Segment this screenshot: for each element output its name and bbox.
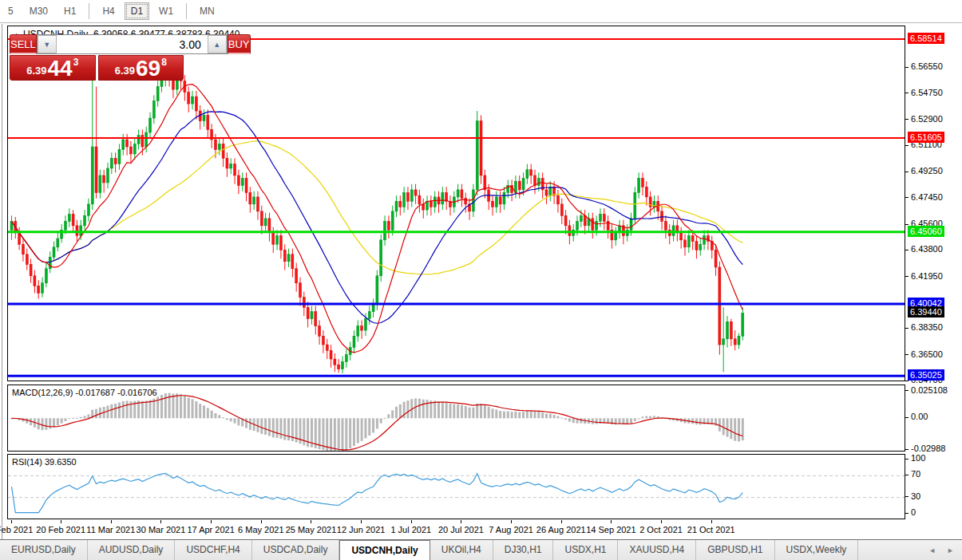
date-tick-mark [411, 520, 412, 523]
rsi-tick-label: 70 [911, 469, 920, 479]
chart-tab-AUDUSD[interactable]: AUDUSD,Daily [88, 540, 176, 560]
rsi-tick-label: 0 [911, 507, 916, 517]
volume-stepper: ▼ ▲ [37, 34, 228, 54]
date-label: 21 Oct 2021 [687, 525, 735, 534]
tab-scroll-controls: ◄ ► [928, 540, 962, 560]
chart-tab-USDX[interactable]: USDX,Weekly [775, 540, 859, 560]
sell-price-prefix: 6.39 [26, 65, 46, 77]
buy-price-display[interactable]: 6.39 69 8 [98, 55, 184, 81]
macd-tick-label: 0.00 [911, 412, 928, 421]
buy-button[interactable]: BUY [228, 34, 251, 54]
date-tick-mark [61, 520, 61, 523]
rsi-tick-mark [905, 513, 909, 514]
date-tick-mark [711, 520, 712, 523]
date-label: 12 Jun 2021 [337, 525, 386, 534]
volume-increase-icon[interactable]: ▲ [208, 35, 227, 53]
date-tick-mark [160, 520, 161, 523]
timeframe-button-5[interactable]: 5 [2, 2, 20, 20]
date-label: 17 Apr 2021 [187, 525, 234, 534]
price-tick-label: 6.36500 [911, 349, 943, 359]
date-tick-mark [111, 520, 112, 523]
chart-tab-GBPUSD[interactable]: GBPUSD,H1 [696, 540, 774, 560]
date-label: 2 Oct 2021 [639, 525, 683, 534]
chart-tab-EURUSD[interactable]: EURUSD,Daily [0, 540, 88, 560]
buy-price-big: 69 [136, 58, 160, 79]
buy-price-prefix: 6.39 [115, 65, 135, 77]
chart-tab-UKOil[interactable]: UKOil,H4 [430, 540, 493, 560]
date-tick-mark [461, 520, 461, 523]
sell-price-big: 44 [47, 58, 72, 79]
timeframe-toolbar: 5M30H1H4D1W1MN [0, 0, 962, 23]
macd-tick-label: 0.025108 [911, 385, 948, 395]
macd-label: MACD(12,26,9) -0.017687 -0.016706 [12, 388, 157, 397]
rsi-panel[interactable]: RSI(14) 39.6350 [7, 454, 905, 519]
rsi-chart[interactable] [8, 455, 905, 519]
price-tick-mark [905, 145, 909, 146]
sell-price-sup: 3 [73, 57, 79, 68]
macd-panel[interactable]: MACD(12,26,9) -0.017687 -0.016706 [7, 385, 905, 452]
date-tick-mark [311, 520, 311, 523]
timeframe-button-M30[interactable]: M30 [23, 2, 54, 20]
tab-scroll-left-icon[interactable]: ◄ [928, 546, 936, 554]
price-chart-panel[interactable]: ▲USDCNH,Daily 6.39058 6.39477 6.38783 6.… [7, 26, 905, 381]
price-axis[interactable]: 6.565506.547506.529006.511006.492506.474… [905, 26, 962, 519]
hline-price-badge: 6.51605 [908, 132, 944, 143]
price-tick-mark [905, 119, 909, 120]
sell-price-display[interactable]: 6.39 44 3 [10, 55, 96, 81]
price-tick-label: 6.52900 [911, 114, 943, 124]
timeframe-button-MN[interactable]: MN [193, 2, 221, 20]
rsi-label: RSI(14) 39.6350 [12, 457, 77, 467]
date-tick-mark [261, 520, 262, 523]
sell-button[interactable]: SELL [10, 34, 37, 54]
price-tick-mark [905, 93, 909, 93]
timeframe-button-H1[interactable]: H1 [57, 2, 82, 20]
price-tick-mark [905, 354, 909, 355]
price-tick-mark [905, 172, 909, 172]
chart-tabs: EURUSD,DailyAUDUSD,DailyUSDCHF,H4USDCAD,… [0, 540, 858, 560]
chart-tab-bar: EURUSD,DailyAUDUSD,DailyUSDCHF,H4USDCAD,… [0, 539, 962, 560]
macd-tick-mark [905, 390, 909, 391]
date-tick-mark [561, 520, 562, 523]
timeframe-button-W1[interactable]: W1 [152, 2, 180, 20]
price-tick-label: 6.47450 [911, 192, 943, 202]
hline-price-badge: 6.58514 [908, 33, 944, 44]
chart-window: ▲USDCNH,Daily 6.39058 6.39477 6.38783 6.… [2, 24, 962, 539]
date-label: 26 Aug 2021 [536, 525, 586, 534]
date-tick-mark [611, 520, 612, 523]
chart-tab-USDCHF[interactable]: USDCHF,H4 [175, 540, 251, 560]
date-tick-mark [11, 520, 12, 523]
price-tick-label: 6.54750 [911, 88, 943, 97]
chart-tab-USDCAD[interactable]: USDCAD,Daily [252, 540, 340, 560]
timeframe-button-H4[interactable]: H4 [96, 2, 121, 20]
current-price-badge: 6.39440 [908, 306, 944, 317]
buy-price-sup: 8 [161, 57, 167, 68]
tab-scroll-right-icon[interactable]: ► [947, 546, 954, 554]
toolbar-separator [186, 3, 187, 19]
trading-terminal: 5M30H1H4D1W1MN ▲USDCNH,Daily 6.39058 6.3… [0, 0, 962, 560]
rsi-tick-mark [905, 459, 909, 459]
date-tick-mark [361, 520, 362, 523]
rsi-tick-mark [905, 496, 909, 497]
hline-price-badge: 6.35025 [908, 369, 944, 381]
price-tick-mark [905, 224, 909, 225]
price-tick-mark [905, 276, 909, 277]
date-label: 11 Mar 2021 [86, 525, 135, 534]
date-label: 14 Sep 2021 [586, 525, 635, 534]
date-axis[interactable]: 2 Feb 202120 Feb 202111 Mar 202130 Mar 2… [7, 520, 905, 539]
price-tick-mark [905, 328, 909, 329]
chart-tab-XAUUSD[interactable]: XAUUSD,H4 [618, 540, 696, 560]
macd-tick-mark [905, 449, 909, 450]
date-label: 25 May 2021 [286, 525, 337, 534]
volume-input[interactable] [57, 35, 208, 53]
price-tick-mark [905, 250, 909, 250]
timeframe-button-D1[interactable]: D1 [125, 2, 149, 20]
date-label: 30 Mar 2021 [137, 525, 186, 534]
price-tick-mark [905, 67, 909, 68]
chart-tab-USDX[interactable]: USDX,H1 [553, 540, 618, 560]
date-label: 20 Feb 2021 [36, 525, 85, 534]
chart-tab-DJ30[interactable]: DJ30,H1 [493, 540, 554, 560]
volume-decrease-icon[interactable]: ▼ [38, 35, 57, 53]
chart-tab-USDCNH[interactable]: USDCNH,Daily [339, 540, 430, 560]
macd-tick-mark [905, 417, 909, 418]
rsi-tick-label: 30 [911, 491, 920, 501]
